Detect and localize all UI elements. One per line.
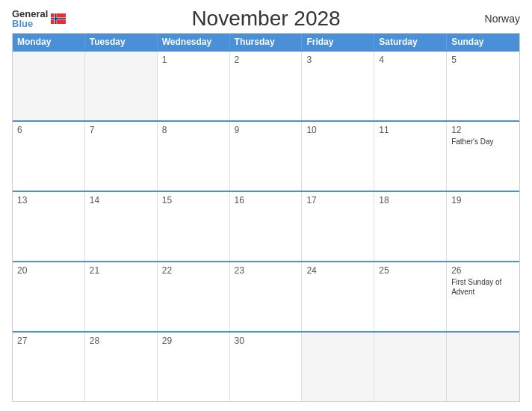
day-cell-5: 5 [447, 52, 519, 120]
day-cell-empty [302, 333, 374, 401]
day-cell-28: 28 [85, 333, 158, 401]
calendar-page: General Blue November 2028 Norway Monday… [0, 0, 532, 411]
svg-rect-4 [51, 18, 66, 19]
day-cell-10: 10 [302, 122, 374, 191]
day-cell-8: 8 [158, 122, 230, 191]
day-cell-6: 6 [13, 122, 85, 191]
page-title: November 2028 [191, 7, 340, 31]
day-cell-29: 29 [158, 333, 230, 401]
header-monday: Monday [13, 34, 85, 50]
week-row-2: 6 7 8 9 10 11 12 Father's Day [13, 120, 519, 191]
header-saturday: Saturday [374, 34, 447, 50]
day-cell-17: 17 [302, 192, 374, 261]
day-cell-3: 3 [302, 52, 374, 120]
day-cell-20: 20 [13, 262, 85, 331]
day-cell-empty [85, 52, 158, 120]
day-headers-row: Monday Tuesday Wednesday Thursday Friday… [13, 34, 519, 50]
header-wednesday: Wednesday [158, 34, 230, 50]
day-cell-22: 22 [158, 262, 230, 331]
day-cell-25: 25 [374, 262, 447, 331]
day-cell-14: 14 [85, 192, 158, 261]
day-cell-18: 18 [374, 192, 447, 261]
day-cell-16: 16 [230, 192, 303, 261]
week-row-3: 13 14 15 16 17 18 19 [13, 191, 519, 261]
day-cell-30: 30 [230, 333, 303, 401]
day-cell-24: 24 [302, 262, 374, 331]
day-cell-13: 13 [13, 192, 85, 261]
logo-blue: Blue [12, 19, 48, 28]
week-row-4: 20 21 22 23 24 25 26 First Sunday of Adv… [13, 261, 519, 331]
day-cell-empty [447, 333, 519, 401]
day-cell-11: 11 [374, 122, 447, 191]
day-cell-12: 12 Father's Day [447, 122, 519, 191]
logo: General Blue [12, 9, 66, 28]
day-cell-4: 4 [374, 52, 447, 120]
norway-flag-icon [51, 13, 66, 24]
day-cell-23: 23 [230, 262, 303, 331]
day-cell-empty [13, 52, 85, 120]
calendar-grid: Monday Tuesday Wednesday Thursday Friday… [12, 33, 520, 402]
header: General Blue November 2028 Norway [12, 9, 520, 28]
day-cell-27: 27 [13, 333, 85, 401]
week-row-5: 27 28 29 30 [13, 331, 519, 401]
day-cell-26: 26 First Sunday of Advent [447, 262, 519, 331]
weeks-container: 1 2 3 4 5 6 7 8 9 10 11 12 Father's Day [13, 50, 519, 401]
header-thursday: Thursday [230, 34, 303, 50]
day-cell-7: 7 [85, 122, 158, 191]
header-tuesday: Tuesday [85, 34, 158, 50]
header-friday: Friday [302, 34, 374, 50]
header-sunday: Sunday [447, 34, 519, 50]
day-cell-19: 19 [447, 192, 519, 261]
day-cell-1: 1 [158, 52, 230, 120]
day-cell-2: 2 [230, 52, 303, 120]
day-cell-9: 9 [230, 122, 303, 191]
day-cell-21: 21 [85, 262, 158, 331]
country-label: Norway [485, 13, 520, 25]
day-cell-empty [374, 333, 447, 401]
day-cell-15: 15 [158, 192, 230, 261]
week-row-1: 1 2 3 4 5 [13, 50, 519, 120]
